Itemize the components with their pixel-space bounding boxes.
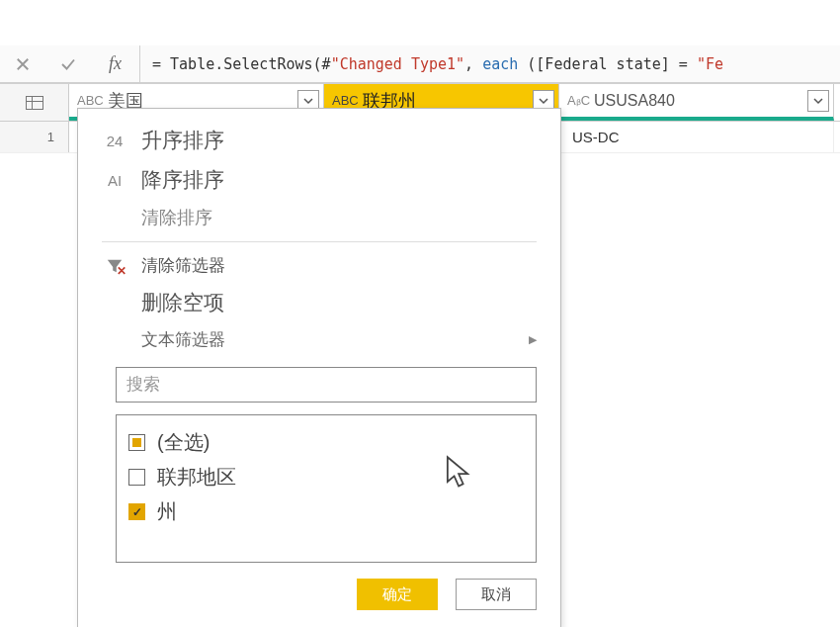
sort-desc-icon: AI xyxy=(102,172,127,189)
close-icon xyxy=(14,55,32,73)
menu-label: 文本筛选器 xyxy=(141,328,225,351)
checkbox-checked[interactable] xyxy=(128,503,145,520)
filter-values-list: (全选) 联邦地区 州 xyxy=(116,414,537,563)
chevron-down-icon xyxy=(813,96,823,106)
menu-label: 清除筛选器 xyxy=(141,254,225,277)
filter-search-input[interactable] xyxy=(116,367,537,403)
sort-descending-item[interactable]: AI 降序排序 xyxy=(78,160,560,200)
clear-filter-icon: ✕ xyxy=(102,257,127,275)
sort-asc-icon: 24 xyxy=(102,133,127,149)
checkbox-indeterminate[interactable] xyxy=(128,434,145,451)
option-label: (全选) xyxy=(157,429,210,456)
text-filters-submenu[interactable]: 文本筛选器 ▶ xyxy=(78,322,560,357)
filter-option[interactable]: 联邦地区 xyxy=(128,460,524,494)
ok-button[interactable]: 确定 xyxy=(357,579,438,610)
menu-label: 升序排序 xyxy=(141,127,224,154)
column-header-code[interactable]: AᵦC USUSA840 xyxy=(559,84,834,121)
data-grid: ABC 美国 ABC 联邦州 AᵦC USUSA840 1 D US-DC xyxy=(0,83,840,153)
fx-label: fx xyxy=(91,45,140,82)
clear-sort-item: 清除排序 xyxy=(78,200,560,235)
check-icon xyxy=(59,55,77,73)
chevron-down-icon xyxy=(303,96,313,106)
row-index-cell: 1 xyxy=(0,122,69,152)
remove-empty-item[interactable]: 删除空项 xyxy=(78,283,560,322)
menu-label: 降序排序 xyxy=(141,166,224,194)
cell-code[interactable]: US-DC xyxy=(559,122,834,152)
menu-label: 清除排序 xyxy=(141,206,212,229)
cancel-formula-button[interactable] xyxy=(0,45,45,82)
type-text-icon: AᵦC xyxy=(567,93,590,108)
filter-option[interactable]: 州 xyxy=(128,494,524,529)
table-icon xyxy=(26,96,43,110)
sort-ascending-item[interactable]: 24 升序排序 xyxy=(78,121,560,160)
column-filter-toggle[interactable] xyxy=(807,90,829,112)
formula-input[interactable]: = Table.SelectRows(#"Changed Type1", eac… xyxy=(140,55,840,73)
cancel-button[interactable]: 取消 xyxy=(456,579,537,610)
checkbox-unchecked[interactable] xyxy=(128,469,145,486)
chevron-down-icon xyxy=(539,96,548,106)
filter-dropdown: 24 升序排序 AI 降序排序 清除排序 ✕ 清除筛选器 删除空项 文本筛选器 … xyxy=(77,108,561,627)
filter-option-select-all[interactable]: (全选) xyxy=(128,425,524,460)
type-text-icon: ABC xyxy=(332,93,359,108)
menu-label: 删除空项 xyxy=(141,289,224,316)
option-label: 联邦地区 xyxy=(157,464,236,491)
option-label: 州 xyxy=(157,498,177,525)
row-index-header[interactable] xyxy=(0,84,69,121)
column-name: USUSA840 xyxy=(594,92,675,110)
type-text-icon: ABC xyxy=(77,93,104,108)
commit-formula-button[interactable] xyxy=(45,45,91,82)
chevron-right-icon: ▶ xyxy=(529,333,537,346)
formula-bar: fx = Table.SelectRows(#"Changed Type1", … xyxy=(0,45,840,83)
clear-filter-item[interactable]: ✕ 清除筛选器 xyxy=(78,248,560,283)
